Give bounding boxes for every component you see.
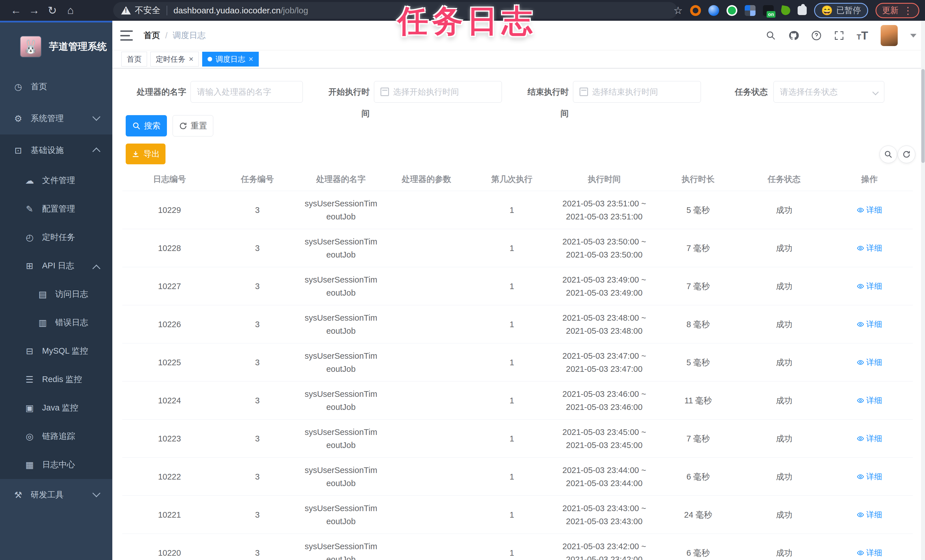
begin-time-input-wrap — [374, 81, 502, 102]
extension-grid-icon[interactable] — [745, 5, 756, 16]
sidebar-item-config[interactable]: ✎ 配置管理 — [0, 195, 112, 223]
tag-首页[interactable]: 首页 — [121, 52, 147, 66]
sidebar-item-label: 研发工具 — [31, 489, 64, 501]
sidebar-item-home[interactable]: ◷ 首页 — [0, 71, 112, 102]
detail-link[interactable]: 详细 — [857, 470, 882, 483]
avatar[interactable] — [881, 25, 898, 46]
sidebar-item-trace[interactable]: ◎ 链路追踪 — [0, 422, 112, 450]
help-icon[interactable] — [811, 30, 821, 41]
tag-调度日志[interactable]: 调度日志 × — [202, 52, 259, 66]
detail-link[interactable]: 详细 — [857, 432, 882, 445]
detail-link[interactable]: 详细 — [857, 280, 882, 293]
table-row: 10225 3 sysUserSessionTimeoutJob 1 2021-… — [122, 343, 913, 381]
refresh-icon — [179, 122, 187, 130]
sidebar-item-error-log[interactable]: ▥ 错误日志 — [0, 309, 112, 337]
eye-icon — [857, 321, 864, 328]
cloud-upload-icon: ☁ — [23, 175, 36, 186]
sidebar-item-cron-job[interactable]: ◴ 定时任务 — [0, 223, 112, 251]
bookmark-star-icon[interactable]: ☆ — [673, 5, 683, 17]
detail-link[interactable]: 详细 — [857, 508, 882, 521]
scrollbar-thumb[interactable] — [921, 69, 925, 163]
reset-button[interactable]: 重置 — [173, 115, 213, 137]
sidebar-item-java[interactable]: ▣ Java 监控 — [0, 394, 112, 422]
cell-time: 2021-05-03 23:43:00 ~2021-05-03 23:43:00 — [554, 496, 654, 534]
task-status-input[interactable] — [780, 87, 878, 97]
close-icon[interactable]: × — [189, 55, 193, 63]
hamburger-icon[interactable] — [120, 29, 133, 42]
extensions-puzzle-icon[interactable] — [798, 6, 807, 15]
extension-green-y-icon[interactable] — [726, 5, 737, 16]
sidebar-item-label: 日志中心 — [42, 459, 75, 470]
paused-profile-badge[interactable]: 😄 已暂停 — [814, 3, 868, 18]
sidebar-item-system[interactable]: ⚙ 系统管理 — [0, 102, 112, 134]
extension-leaf-icon[interactable] — [780, 5, 791, 16]
cell-status: 成功 — [742, 381, 826, 419]
detail-link[interactable]: 详细 — [857, 318, 882, 331]
close-icon[interactable]: × — [249, 55, 253, 63]
not-secure-label: 不安全 — [135, 5, 160, 16]
extension-blue-bulb-icon[interactable] — [708, 5, 719, 16]
sidebar-item-redis[interactable]: ☰ Redis 监控 — [0, 365, 112, 394]
gear-icon: ⚙ — [12, 113, 24, 124]
task-status-select[interactable] — [773, 81, 884, 102]
sidebar-item-mysql[interactable]: ⊟ MySQL 监控 — [0, 337, 112, 365]
detail-link[interactable]: 详细 — [857, 546, 882, 559]
search-icon — [132, 122, 141, 130]
extension-orange-ring-icon[interactable] — [690, 5, 701, 16]
cell-handler: sysUserSessionTimeoutJob — [298, 305, 384, 343]
sidebar-item-access-log[interactable]: ▤ 访问日志 — [0, 280, 112, 309]
handler-name-input[interactable] — [197, 87, 296, 97]
cell-duration: 6 毫秒 — [654, 458, 742, 495]
extension-on-badge-icon[interactable]: on — [763, 5, 774, 16]
toggle-search-button[interactable] — [880, 146, 897, 163]
cell-duration: 24 毫秒 — [654, 496, 742, 534]
update-button[interactable]: 更新 ⋮ — [875, 3, 919, 18]
detail-link[interactable]: 详细 — [857, 394, 882, 407]
kebab-menu-icon[interactable]: ⋮ — [903, 5, 913, 16]
download-icon — [131, 150, 140, 158]
cell-time: 2021-05-03 23:47:00 ~2021-05-03 23:47:00 — [554, 343, 654, 381]
caret-down-icon[interactable] — [910, 34, 916, 38]
search-icon[interactable] — [766, 30, 776, 41]
detail-link-label: 详细 — [866, 546, 882, 559]
address-bar[interactable]: 不安全 dashboard.yudao.iocoder.cn/job/log — [113, 2, 678, 19]
cell-log-id: 10228 — [122, 229, 217, 267]
search-button[interactable]: 搜索 — [126, 115, 167, 137]
home-icon[interactable]: ⌂ — [62, 4, 80, 17]
detail-link[interactable]: 详细 — [857, 356, 882, 369]
cell-actions: 详细 — [826, 343, 913, 381]
sidebar-item-file[interactable]: ☁ 文件管理 — [0, 166, 112, 195]
sidebar-item-api-log[interactable]: ⊞ API 日志 — [0, 251, 112, 280]
detail-link-label: 详细 — [866, 203, 882, 217]
table-header-cell: 处理器的名字 — [298, 167, 384, 191]
begin-time-input[interactable] — [393, 87, 495, 97]
chevron-icon — [92, 489, 100, 497]
breadcrumb-home[interactable]: 首页 — [144, 30, 160, 41]
back-icon[interactable]: ← — [7, 4, 25, 17]
cell-handler: sysUserSessionTimeoutJob — [298, 381, 384, 419]
detail-link[interactable]: 详细 — [857, 203, 882, 217]
github-icon[interactable] — [788, 30, 799, 41]
logo-row[interactable]: 🐰 芋道管理系统 — [0, 23, 112, 71]
reload-icon[interactable]: ↻ — [43, 4, 62, 17]
cell-handler: sysUserSessionTimeoutJob — [298, 191, 384, 229]
scrollbar[interactable] — [921, 21, 925, 560]
detail-link-label: 详细 — [866, 508, 882, 521]
calendar-icon — [380, 87, 389, 96]
on-badge-label: on — [767, 11, 776, 18]
sidebar-item-devtools[interactable]: ⚒ 研发工具 — [0, 479, 112, 511]
eye-icon — [857, 283, 864, 290]
end-time-input[interactable] — [592, 87, 695, 97]
cell-actions: 详细 — [826, 381, 913, 419]
sidebar-item-infra[interactable]: ⊡ 基础设施 — [0, 134, 112, 166]
sidebar-item-log-center[interactable]: ▦ 日志中心 — [0, 450, 112, 479]
export-button[interactable]: 导出 — [126, 143, 166, 164]
fullscreen-icon[interactable] — [834, 30, 844, 41]
table-row: 10226 3 sysUserSessionTimeoutJob 1 2021-… — [122, 305, 913, 343]
refresh-table-button[interactable] — [898, 146, 915, 163]
detail-link[interactable]: 详细 — [857, 242, 882, 255]
forward-icon[interactable]: → — [25, 4, 43, 17]
font-size-icon[interactable]: TT — [857, 29, 868, 42]
cell-time: 2021-05-03 23:51:00 ~2021-05-03 23:51:00 — [554, 191, 654, 229]
tag-定时任务[interactable]: 定时任务 × — [151, 52, 199, 66]
